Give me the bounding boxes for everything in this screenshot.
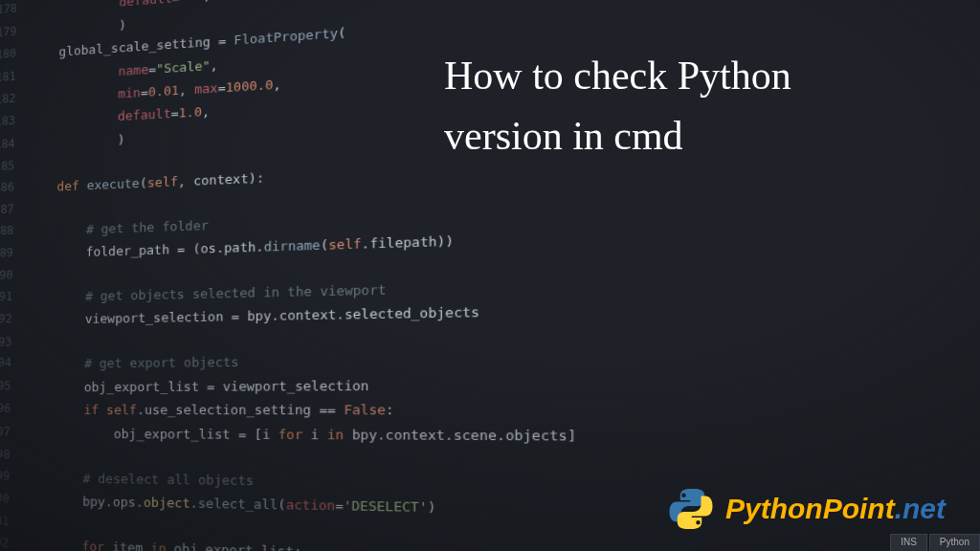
line-number: 186 — [0, 176, 28, 200]
line-number: 179 — [0, 20, 30, 45]
line-number: 201 — [0, 512, 23, 534]
code-content: if self.use_selection_setting == False: — [24, 396, 980, 425]
logo-text: PythonPoint.net — [725, 493, 946, 525]
line-number: 198 — [0, 445, 24, 466]
line-number: 183 — [0, 110, 29, 134]
code-line: 196 if self.use_selection_setting == Fal… — [0, 396, 980, 425]
status-ins: INS — [890, 534, 927, 551]
title-line-1: How to check Python — [444, 54, 791, 98]
title-line-2: version in cmd — [444, 114, 683, 158]
line-number: 180 — [0, 43, 30, 68]
page-title: How to check Python version in cmd — [444, 46, 923, 166]
python-icon — [668, 486, 714, 532]
line-number: 197 — [0, 422, 24, 445]
line-number: 187 — [0, 199, 28, 221]
line-number: 189 — [0, 243, 27, 267]
status-lang: Python — [929, 534, 980, 551]
status-bar: INS Python — [890, 534, 980, 551]
line-number: 184 — [0, 133, 29, 157]
line-number: 194 — [0, 353, 25, 376]
line-number: 190 — [0, 265, 26, 287]
line-number: 185 — [0, 156, 28, 178]
line-number: 188 — [0, 220, 27, 244]
line-number: 202 — [0, 533, 22, 551]
line-number: 200 — [0, 489, 23, 513]
line-number: 196 — [0, 399, 24, 422]
line-number: 191 — [0, 286, 26, 309]
line-number: 182 — [0, 88, 29, 113]
line-number: 195 — [0, 376, 25, 399]
site-logo: PythonPoint.net — [668, 486, 946, 532]
line-number: 193 — [0, 332, 25, 353]
line-number: 199 — [0, 466, 23, 489]
logo-text-net: .net — [895, 493, 946, 524]
line-number: 178 — [0, 0, 31, 23]
line-number: 181 — [0, 65, 30, 90]
line-number: 192 — [0, 309, 26, 332]
logo-text-py: PythonPoint — [725, 493, 895, 524]
